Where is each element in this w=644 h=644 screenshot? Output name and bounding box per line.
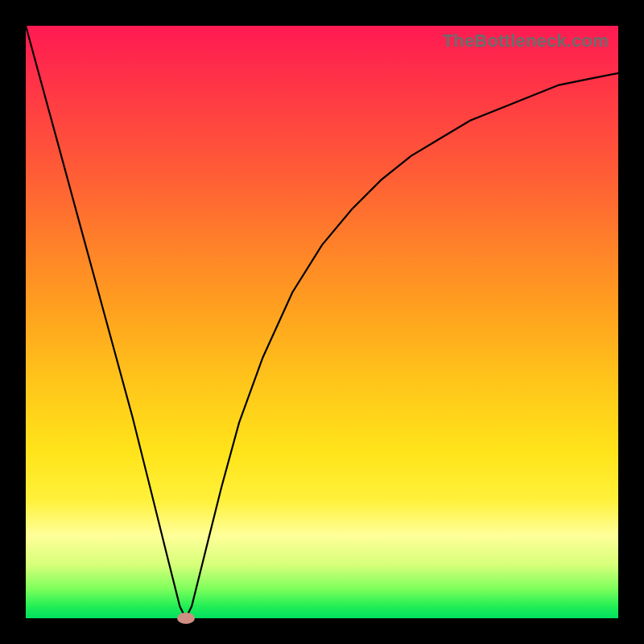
plot-area: TheBottleneck.com: [26, 26, 618, 618]
bottleneck-curve: [26, 26, 618, 618]
curve-minimum-marker: [177, 613, 195, 624]
chart-frame: TheBottleneck.com: [0, 0, 644, 644]
